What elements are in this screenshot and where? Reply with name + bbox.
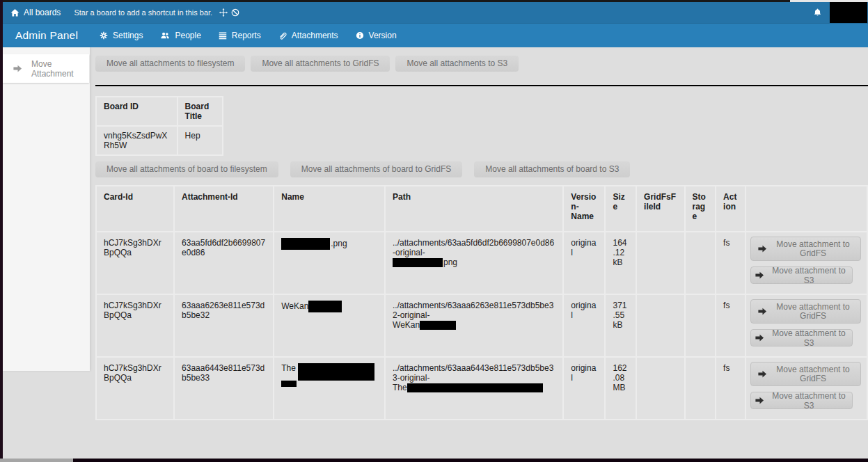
path-text-suffix: png bbox=[443, 257, 457, 267]
redacted-box bbox=[308, 301, 342, 312]
version-name-cell: original bbox=[564, 358, 604, 419]
button-label: Move attachment to S3 bbox=[771, 391, 848, 411]
gridfsfileid-cell bbox=[637, 295, 684, 356]
redacted-box bbox=[393, 258, 443, 267]
attachment-id-cell: 63aaa6263e811e573db5be32 bbox=[175, 295, 273, 356]
name-text: .png bbox=[331, 239, 347, 248]
card-id-cell: hCJ7kSg3hDXrBpQQa bbox=[97, 232, 173, 294]
list-icon bbox=[219, 31, 227, 40]
path-cell: ../attachments/63aaa6263e811e573db5be32-… bbox=[386, 295, 562, 356]
move-board-to-s3-button[interactable]: Move all attachments of board to S3 bbox=[474, 161, 630, 177]
nav-item-people[interactable]: People bbox=[160, 31, 200, 40]
move-all-to-gridfs-button[interactable]: Move all attachments to GridFS bbox=[251, 56, 390, 72]
board-actions: Move all attachments of board to filesys… bbox=[95, 161, 868, 177]
move-attachment-to-gridfs-button[interactable]: Move attachment to GridFS bbox=[750, 362, 861, 386]
arrow-right-icon bbox=[13, 64, 22, 73]
move-attachment-to-gridfs-button[interactable]: Move attachment to GridFS bbox=[750, 237, 861, 261]
main-content: Move all attachments to filesystem Move … bbox=[95, 47, 868, 459]
version-name-cell: original bbox=[564, 232, 604, 294]
user-menu-redacted[interactable] bbox=[830, 2, 867, 23]
version-name-header: Version-Name bbox=[564, 186, 604, 231]
global-actions: Move all attachments to filesystem Move … bbox=[95, 56, 868, 72]
page-title: Admin Panel bbox=[3, 29, 78, 42]
nav-item-settings[interactable]: Settings bbox=[100, 31, 143, 40]
board-table-row: vnhg5KsZsdPwXRh5W Hep bbox=[97, 127, 222, 154]
notifications-bell-icon[interactable] bbox=[813, 8, 822, 17]
path-text: ../attachments/63aaa6443e811e573db5be33-… bbox=[393, 363, 553, 383]
move-all-to-filesystem-button[interactable]: Move all attachments to filesystem bbox=[95, 56, 245, 72]
gridfsfileid-cell bbox=[637, 232, 684, 294]
card-id-header: Card-Id bbox=[97, 186, 173, 231]
board-title-header: Board Title bbox=[178, 97, 222, 125]
card-id-cell: hCJ7kSg3hDXrBpQQa bbox=[97, 358, 173, 419]
name-header: Name bbox=[274, 186, 384, 231]
button-label: Move attachment to S3 bbox=[771, 328, 848, 348]
ban-icon[interactable] bbox=[231, 8, 239, 17]
nav-label-attachments: Attachments bbox=[292, 31, 338, 40]
move-board-to-filesystem-button[interactable]: Move all attachments of board to filesys… bbox=[95, 161, 278, 177]
name-cell: The bbox=[274, 358, 384, 419]
path-text: ../attachments/63aaa6263e811e573db5be32-… bbox=[393, 301, 553, 320]
nav-label-version: Version bbox=[369, 31, 397, 40]
name-text: The bbox=[281, 363, 298, 373]
all-boards-link[interactable]: All boards bbox=[3, 8, 61, 17]
bottom-edge-gray bbox=[0, 459, 73, 462]
arrow-right-icon bbox=[758, 244, 767, 253]
nav-label-settings: Settings bbox=[113, 31, 143, 40]
attachment-row: hCJ7kSg3hDXrBpQQa 63aaa6263e811e573db5be… bbox=[97, 295, 867, 356]
move-attachment-to-gridfs-button[interactable]: Move attachment to GridFS bbox=[750, 299, 861, 324]
top-navbar: All boards Star a board to add a shortcu… bbox=[3, 2, 868, 23]
row-actions-cell: Move attachment to GridFS Move attachmen… bbox=[746, 358, 867, 419]
admin-panel-navbar: Admin Panel Settings People Reports Atta… bbox=[3, 23, 868, 47]
redacted-box bbox=[420, 321, 456, 330]
move-icon[interactable] bbox=[219, 8, 228, 17]
nav-item-reports[interactable]: Reports bbox=[219, 31, 261, 40]
button-label: Move attachment to GridFS bbox=[773, 365, 853, 383]
attachment-row: hCJ7kSg3hDXrBpQQa 63aa5fd6df2b6699807e0d… bbox=[97, 232, 867, 294]
storage-header: Storage bbox=[686, 186, 716, 231]
paperclip-icon bbox=[278, 31, 287, 40]
sidebar-item-move-attachment[interactable]: Move Attachment bbox=[3, 54, 89, 83]
path-cell: ../attachments/63aa5fd6df2b6699807e0d86-… bbox=[386, 232, 562, 294]
admin-sidebar: Move Attachment bbox=[3, 47, 90, 371]
storage-cell bbox=[686, 232, 716, 294]
sidebar-item-label: Move Attachment bbox=[31, 59, 89, 79]
nav-item-version[interactable]: Version bbox=[356, 31, 397, 40]
path-cell: ../attachments/63aaa6443e811e573db5be33-… bbox=[386, 358, 562, 419]
name-text: WeKan bbox=[281, 301, 308, 311]
action-cell: fs bbox=[716, 358, 744, 419]
attachment-id-cell: 63aaa6443e811e573db5be33 bbox=[175, 358, 273, 419]
row-actions-cell: Move attachment to GridFS Move attachmen… bbox=[746, 232, 867, 294]
attachment-row: hCJ7kSg3hDXrBpQQa 63aaa6443e811e573db5be… bbox=[97, 358, 867, 419]
info-icon bbox=[356, 31, 364, 40]
all-boards-label: All boards bbox=[24, 8, 61, 17]
action-cell: fs bbox=[716, 295, 744, 356]
nav-item-attachments[interactable]: Attachments bbox=[278, 31, 338, 40]
button-label: Move attachment to GridFS bbox=[773, 303, 853, 321]
path-text-prefix: WeKan bbox=[393, 320, 420, 330]
move-board-to-gridfs-button[interactable]: Move all attachments of board to GridFS bbox=[290, 161, 462, 177]
admin-nav: Settings People Reports Attachments Vers… bbox=[100, 31, 397, 40]
card-id-cell: hCJ7kSg3hDXrBpQQa bbox=[97, 295, 173, 356]
buttons-header bbox=[746, 186, 867, 231]
storage-cell bbox=[686, 358, 716, 419]
move-all-to-s3-button[interactable]: Move all attachments to S3 bbox=[395, 56, 519, 72]
arrow-right-icon bbox=[758, 307, 767, 316]
path-text: ../attachments/63aa5fd6df2b6699807e0d86-… bbox=[393, 238, 554, 257]
redacted-box bbox=[298, 363, 374, 381]
attachments-header-row: Card-Id Attachment-Id Name Path Version-… bbox=[97, 186, 867, 231]
size-header: Size bbox=[606, 186, 636, 231]
redacted-box bbox=[281, 238, 330, 250]
path-header: Path bbox=[386, 186, 562, 231]
bottom-edge-bar bbox=[73, 459, 868, 462]
move-attachment-to-s3-button[interactable]: Move attachment to S3 bbox=[750, 266, 853, 284]
size-cell: 371.55 kB bbox=[606, 295, 636, 356]
move-attachment-to-s3-button[interactable]: Move attachment to S3 bbox=[750, 329, 853, 346]
redacted-box bbox=[281, 381, 297, 387]
button-label: Move attachment to GridFS bbox=[773, 240, 853, 258]
version-name-cell: original bbox=[564, 295, 604, 356]
move-attachment-to-s3-button[interactable]: Move attachment to S3 bbox=[750, 392, 853, 409]
home-icon bbox=[10, 8, 19, 17]
row-actions-cell: Move attachment to GridFS Move attachmen… bbox=[746, 295, 867, 356]
name-cell: .png bbox=[274, 232, 384, 294]
